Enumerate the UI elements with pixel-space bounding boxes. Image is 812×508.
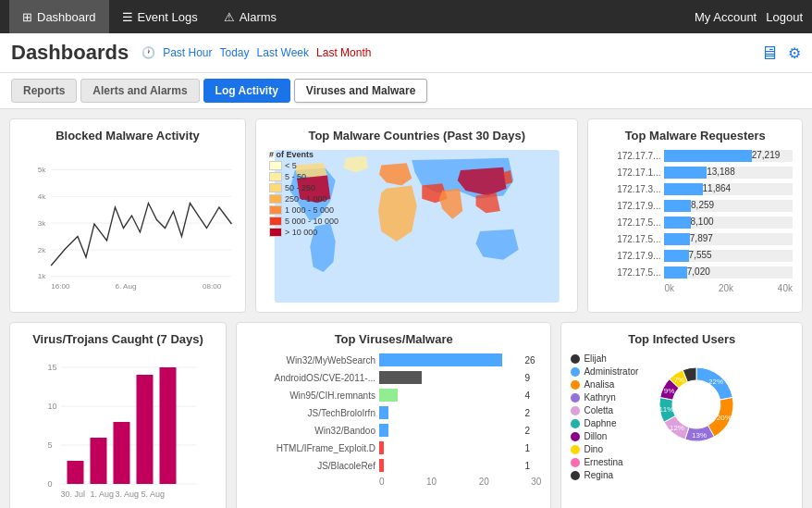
- virus-row: Win32/Bandoo 2: [246, 424, 541, 437]
- req-bar-wrap: 7,020: [664, 266, 793, 279]
- svg-text:1. Aug: 1. Aug: [90, 489, 114, 499]
- svg-text:5: 5: [47, 440, 52, 450]
- requesters-title: Top Malware Requesters: [597, 129, 793, 142]
- virus-bar: [379, 441, 384, 454]
- legend-dot: [571, 445, 580, 454]
- top-viruses-card: Top Viruses/Malware Win32/MyWebSearch 26…: [236, 322, 551, 508]
- legend-title: # of Events: [269, 150, 338, 159]
- top-nav: ⊞ Dashboard ☰ Event Logs ⚠ Alarms My Acc…: [0, 0, 812, 33]
- infected-content: ElijahAdministratorAnalisaKathrynColetta…: [571, 353, 793, 483]
- svg-rect-26: [159, 367, 176, 484]
- main-content: Blocked Malware Activity 5k 4k 3k 2k 1k: [0, 109, 812, 508]
- top-viruses-title: Top Viruses/Malware: [246, 332, 541, 346]
- donut-label: 11%: [659, 405, 674, 414]
- tab-reports[interactable]: Reports: [11, 79, 77, 103]
- my-account-link[interactable]: My Account: [695, 10, 757, 24]
- header: Dashboards 🕐 Past Hour Today Last Week L…: [0, 33, 812, 73]
- virus-row: Win95/CIH.remnants 4: [246, 389, 541, 402]
- logout-link[interactable]: Logout: [766, 10, 803, 24]
- event-logs-icon: ☰: [122, 10, 133, 24]
- svg-text:30. Jul: 30. Jul: [60, 489, 85, 499]
- svg-rect-23: [90, 438, 106, 484]
- virus-trojans-title: Virus/Trojans Caught (7 Days): [19, 332, 216, 346]
- legend-250-1000: 250 - 1 000: [269, 194, 338, 204]
- requester-row: 172.17.3... 11,864: [597, 183, 793, 195]
- svg-text:2k: 2k: [38, 246, 46, 254]
- tab-alerts-alarms[interactable]: Alerts and Alarms: [80, 79, 199, 103]
- svg-text:5. Aug: 5. Aug: [141, 489, 165, 499]
- svg-text:08:00: 08:00: [203, 282, 222, 291]
- map-legend: # of Events < 5 5 - 50 50 - 250 250 - 1 …: [269, 150, 338, 239]
- infected-legend-item: Ernestina: [571, 457, 638, 467]
- legend-gt10k: > 10 000: [269, 228, 338, 237]
- donut-svg: 22%20%13%12%11%9%7%: [646, 353, 747, 455]
- nav-right: My Account Logout: [695, 10, 803, 24]
- virus-bar-wrap: [379, 441, 521, 454]
- virus-row: HTML/IFrame_Exploit.D 1: [246, 441, 541, 454]
- svg-rect-22: [67, 461, 83, 484]
- settings-icon: ⚙: [788, 44, 801, 62]
- infected-legend-item: Analisa: [571, 379, 638, 390]
- legend-dot: [571, 471, 580, 480]
- infected-legend-item: Daphne: [571, 418, 638, 428]
- req-bar-wrap: 8,259: [664, 200, 793, 212]
- top-infected-users-card: Top Infected Users ElijahAdministratorAn…: [560, 322, 803, 508]
- virus-row: JS/TechBroloIrfn 2: [246, 406, 541, 419]
- req-bar: [664, 150, 751, 162]
- map-area: # of Events < 5 5 - 50 50 - 250 250 - 1 …: [265, 150, 569, 303]
- nav-event-logs[interactable]: ☰ Event Logs: [109, 0, 211, 33]
- virus-bar-wrap: [379, 459, 521, 472]
- infected-legend-item: Kathryn: [571, 392, 638, 403]
- req-bar-wrap: 27,219: [664, 150, 793, 162]
- virus-bar-wrap: [379, 406, 521, 419]
- virus-row: Win32/MyWebSearch 26: [246, 353, 541, 366]
- virus-trojans-chart: 15 10 5 0: [19, 353, 216, 506]
- time-last-week[interactable]: Last Week: [257, 46, 309, 59]
- dashboard-icon: ⊞: [22, 10, 32, 24]
- virus-list: Win32/MyWebSearch 26 AndroidOS/CVE-2011-…: [246, 353, 541, 472]
- req-bar: [664, 217, 690, 229]
- donut-label: 22%: [708, 378, 723, 386]
- donut-label: 9%: [664, 387, 675, 395]
- virus-bar: [379, 424, 388, 437]
- blocked-malware-title: Blocked Malware Activity: [19, 129, 236, 142]
- nav-alarms[interactable]: ⚠ Alarms: [211, 0, 289, 33]
- legend-50-250: 50 - 250: [269, 183, 338, 192]
- donut-label: 12%: [670, 424, 684, 432]
- row-2: Virus/Trojans Caught (7 Days) 15 10 5 0: [9, 322, 803, 508]
- requester-row: 172.17.5... 7,020: [597, 266, 793, 279]
- virus-bar-wrap: [379, 353, 521, 366]
- virus-bar: [379, 389, 398, 402]
- monitor-icon: 🖥: [760, 43, 779, 64]
- donut-label: 13%: [692, 431, 707, 440]
- time-today[interactable]: Today: [220, 46, 250, 59]
- tab-viruses-malware[interactable]: Viruses and Malware: [294, 79, 428, 103]
- legend-dot: [571, 419, 580, 428]
- infected-legend-item: Administrator: [571, 366, 638, 377]
- svg-text:16:00: 16:00: [51, 282, 70, 291]
- svg-rect-24: [113, 422, 129, 484]
- svg-text:5k: 5k: [38, 166, 46, 174]
- req-bar: [664, 183, 702, 195]
- svg-text:3k: 3k: [38, 219, 46, 228]
- legend-dot: [571, 393, 580, 403]
- time-past-hour[interactable]: Past Hour: [163, 46, 212, 59]
- virus-axis: 0 10 20 30: [246, 477, 541, 487]
- virus-bar: [379, 406, 388, 419]
- tab-log-activity[interactable]: Log Activity: [203, 79, 290, 103]
- svg-text:4k: 4k: [38, 192, 46, 201]
- svg-text:6. Aug: 6. Aug: [115, 282, 136, 291]
- clock-icon: 🕐: [141, 46, 155, 59]
- infected-legend-item: Dino: [571, 444, 638, 454]
- legend-dot: [571, 367, 580, 377]
- legend-lt5: < 5: [269, 161, 338, 170]
- nav-dashboard[interactable]: ⊞ Dashboard: [9, 0, 109, 33]
- time-last-month[interactable]: Last Month: [316, 46, 371, 59]
- requesters-list: 172.17.7... 27,219 172.17.1... 13,188 17…: [597, 150, 793, 279]
- virus-trojans-card: Virus/Trojans Caught (7 Days) 15 10 5 0: [9, 322, 227, 508]
- alarms-icon: ⚠: [224, 10, 235, 24]
- page-title: Dashboards: [11, 41, 129, 65]
- svg-text:0: 0: [47, 479, 52, 489]
- svg-text:1k: 1k: [38, 272, 46, 280]
- blocked-malware-svg: 5k 4k 3k 2k 1k 16:00 6. Aug 08:: [19, 150, 236, 298]
